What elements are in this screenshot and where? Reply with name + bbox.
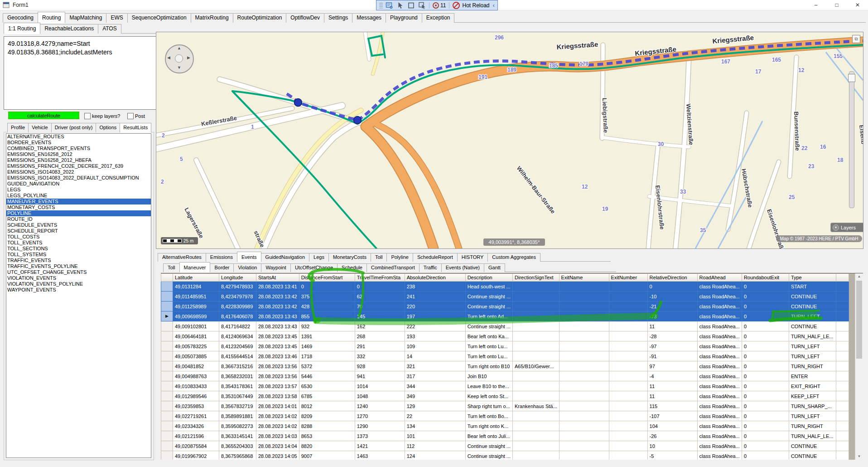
cell[interactable]: 49,004988763 — [173, 371, 219, 381]
cell[interactable]: 8,4234797978 — [219, 292, 256, 302]
cell[interactable]: 8,3567832719 — [219, 401, 256, 411]
cell[interactable]: ENTER — [789, 371, 836, 381]
column-header-absolutedirection[interactable]: AbsoluteDirection — [405, 274, 465, 282]
column-header-longitude[interactable]: Longitude — [219, 274, 256, 282]
map-zoom-slider[interactable] — [849, 71, 854, 208]
cell[interactable]: 344 — [405, 381, 465, 391]
cell[interactable]: 28.08.2023 14:03 — [256, 431, 299, 441]
cell[interactable]: CONTINUE — [789, 292, 836, 302]
cell[interactable]: -107 — [647, 411, 697, 421]
cell[interactable]: class RoadAhea... — [697, 321, 742, 331]
cell[interactable]: 28.08.2023 14:04 — [256, 441, 299, 451]
map-popout-button[interactable]: ⧉ — [852, 35, 860, 43]
cell[interactable] — [609, 351, 647, 361]
cell[interactable] — [513, 311, 559, 321]
grid-vertical-scrollbar[interactable]: ▲ ▼ — [855, 273, 863, 460]
cell[interactable]: 428 — [299, 302, 355, 311]
list-item-emissions-iso14083-2022[interactable]: EMISSIONS_ISO14083_2022 — [6, 169, 151, 175]
column-header-type[interactable]: Type — [789, 274, 836, 282]
cell[interactable]: TURN_HALF_LE... — [789, 331, 836, 341]
cell[interactable] — [513, 292, 559, 302]
cell[interactable]: 0 — [742, 451, 789, 460]
tab-combinedtransport[interactable]: CombinedTransport — [366, 263, 420, 272]
cell[interactable] — [609, 321, 647, 331]
result-lists-listbox[interactable]: ALTERNATIVE_ROUTESBORDER_EVENTSCOMBINED_… — [6, 133, 151, 458]
list-item-alternative-routes[interactable]: ALTERNATIVE_ROUTES — [6, 134, 151, 140]
cell[interactable]: EXIT_RIGHT — [789, 381, 836, 391]
cell[interactable]: 0 — [647, 282, 697, 292]
cell[interactable]: KEEP_LEFT — [789, 391, 836, 401]
cell[interactable] — [559, 292, 609, 302]
cell[interactable]: -5 — [647, 451, 697, 460]
cell[interactable]: 0 — [742, 321, 789, 331]
table-row[interactable]: 49,0129895468,353106744928.08.2023 13:58… — [161, 391, 849, 401]
cell[interactable]: 8,4124069634 — [219, 331, 256, 341]
cell[interactable]: 28.08.2023 13:42 — [256, 302, 299, 311]
cell[interactable]: 0 — [742, 431, 789, 441]
pan-left-icon[interactable]: ◀ — [167, 55, 170, 60]
cell[interactable]: 49,010833433 — [173, 381, 219, 391]
cell[interactable] — [609, 282, 647, 292]
row-header[interactable] — [161, 331, 173, 341]
tab-events[interactable]: Events — [237, 252, 261, 262]
cell[interactable]: 11 — [647, 391, 697, 401]
cell[interactable]: 14 — [405, 351, 465, 361]
cell[interactable]: class RoadAhea... — [697, 401, 742, 411]
cell[interactable]: Bear left onto Juli... — [465, 431, 512, 441]
list-item-waypoint-events[interactable]: WAYPOINT_EVENTS — [6, 287, 151, 293]
tab-playground[interactable]: Playground — [386, 13, 422, 23]
list-item-traffic-events[interactable]: TRAFFIC_EVENTS — [6, 258, 151, 263]
cell[interactable]: 8,3667315216 — [219, 361, 256, 371]
cell[interactable]: 8,4155644514 — [219, 351, 256, 361]
cell[interactable]: 1048 — [355, 391, 405, 401]
cell[interactable]: 49,011485951 — [173, 292, 219, 302]
cell[interactable]: 0 — [742, 311, 789, 321]
cell[interactable]: 49,012989546 — [173, 391, 219, 401]
cell[interactable]: class RoadAhea... — [697, 421, 742, 431]
cell[interactable]: 0 — [742, 401, 789, 411]
cell[interactable] — [609, 411, 647, 421]
list-item-utc-offset-change-events[interactable]: UTC_OFFSET_CHANGE_EVENTS — [6, 269, 151, 275]
table-row[interactable]: 49,0227192618,358989188128.08.2023 14:02… — [161, 411, 849, 421]
cell[interactable]: 193 — [405, 331, 465, 341]
table-row[interactable]: 49,0057832258,412320456928.08.2023 13:45… — [161, 341, 849, 351]
cell[interactable]: 28.08.2023 13:45 — [256, 331, 299, 341]
cell[interactable]: Keep left onto St... — [465, 391, 512, 401]
cell[interactable]: 8,3655204303 — [219, 441, 256, 451]
list-item-polyline[interactable]: POLYLINE — [6, 210, 151, 216]
cell[interactable]: 0 — [742, 282, 789, 292]
pan-down-icon[interactable]: ▼ — [177, 65, 181, 70]
row-header[interactable] — [161, 411, 173, 421]
table-row[interactable]: 49,0064641818,412406963428.08.2023 13:45… — [161, 331, 849, 341]
row-header[interactable] — [161, 381, 173, 391]
cell[interactable]: class RoadAhea... — [697, 302, 742, 311]
cell[interactable]: 0 — [742, 331, 789, 341]
cell[interactable]: 49,02121596 — [173, 431, 219, 441]
tab-resultlists[interactable]: ResultLists — [120, 123, 151, 133]
cell[interactable]: 8,4228309989 — [219, 302, 256, 311]
cell[interactable]: Continue straight ... — [465, 441, 512, 451]
tab-routeoptimization[interactable]: RouteOptimization — [233, 13, 287, 23]
cell[interactable] — [559, 341, 609, 351]
cell[interactable] — [513, 341, 559, 351]
cell[interactable]: 97 — [647, 361, 697, 371]
tab-exception[interactable]: Exception — [422, 13, 455, 23]
tab-ews[interactable]: EWS — [106, 13, 127, 23]
cell[interactable]: 11 — [647, 321, 697, 331]
tab-utcoffsetchange[interactable]: UtcOffsetChange — [290, 263, 338, 272]
cell[interactable]: 1718 — [299, 351, 355, 361]
calculate-route-button[interactable]: calculateRoute — [8, 112, 79, 119]
cell[interactable]: -28 — [647, 331, 697, 341]
cell[interactable]: 8653 — [299, 431, 355, 441]
cell[interactable] — [559, 431, 609, 441]
list-item-legs-polyline[interactable]: LEGS_POLYLINE — [6, 193, 151, 199]
maximize-button[interactable]: □ — [826, 0, 847, 10]
cell[interactable] — [559, 361, 609, 371]
cell[interactable] — [559, 411, 609, 421]
cell[interactable]: 0 — [742, 391, 789, 401]
list-item-toll-systems[interactable]: TOLL_SYSTEMS — [6, 252, 151, 258]
scrollbar-thumb[interactable] — [856, 281, 862, 359]
cell[interactable]: 101 — [405, 431, 465, 441]
cell[interactable]: 0 — [742, 371, 789, 381]
row-header[interactable] — [161, 361, 173, 371]
